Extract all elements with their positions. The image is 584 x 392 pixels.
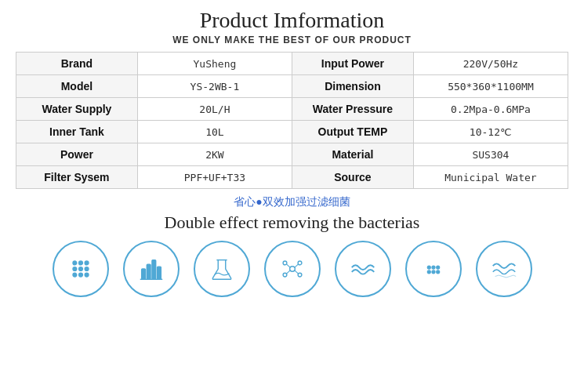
right-value: 0.2Mpa-0.6MPa	[413, 98, 568, 121]
svg-rect-10	[147, 264, 151, 279]
product-table: Brand YuSheng Input Power 220V/50Hz Mode…	[16, 52, 568, 189]
page-title: Product Imformation	[16, 8, 568, 33]
right-label: Material	[292, 143, 413, 166]
svg-rect-11	[151, 260, 155, 280]
molecule-icon	[264, 241, 321, 297]
svg-point-26	[436, 266, 439, 269]
svg-line-20	[286, 264, 290, 267]
svg-point-6	[73, 261, 77, 265]
svg-line-21	[294, 264, 298, 267]
svg-line-23	[294, 270, 298, 274]
svg-point-25	[432, 266, 435, 269]
svg-point-27	[427, 270, 430, 274]
flask-icon	[194, 241, 250, 297]
svg-point-0	[73, 267, 77, 271]
left-value: PPF+UF+T33	[137, 166, 292, 189]
svg-point-29	[436, 270, 439, 274]
table-row: Power 2KW Material SUS304	[16, 143, 568, 166]
wave2-icon	[476, 241, 532, 297]
table-row: Filter Sysem PPF+UF+T33 Source Municipal…	[16, 166, 568, 189]
page-subtitle: WE ONLY MAKE THE BEST OF OUR PRODUCT	[16, 34, 568, 45]
svg-point-2	[85, 267, 89, 271]
icons-row	[16, 241, 568, 297]
svg-point-4	[78, 273, 82, 277]
double-effect-text: Double effect removing the bacterias	[16, 212, 568, 233]
right-value: SUS304	[413, 143, 568, 166]
svg-point-1	[78, 267, 82, 271]
right-label: Source	[292, 166, 413, 189]
right-value: Municipal Water	[413, 166, 568, 189]
svg-point-28	[432, 270, 435, 274]
right-value: 550*360*1100MM	[413, 75, 568, 98]
svg-point-18	[283, 273, 287, 277]
dots-icon	[53, 241, 109, 297]
left-value: 10L	[137, 121, 292, 143]
left-value: YuSheng	[137, 53, 292, 75]
svg-point-7	[78, 261, 82, 265]
svg-point-19	[298, 273, 302, 277]
svg-line-22	[286, 270, 290, 274]
svg-point-24	[427, 266, 430, 269]
right-value: 10-12℃	[413, 121, 568, 143]
table-row: Water Supply 20L/H Water Pressure 0.2Mpa…	[16, 98, 568, 121]
table-row: Inner Tank 10L Output TEMP 10-12℃	[16, 121, 568, 143]
left-label: Model	[16, 75, 138, 98]
table-row: Model YS-2WB-1 Dimension 550*360*1100MM	[16, 75, 568, 98]
svg-point-8	[85, 261, 89, 265]
table-row: Brand YuSheng Input Power 220V/50Hz	[16, 53, 568, 75]
right-label: Water Pressure	[292, 98, 413, 121]
svg-rect-12	[157, 267, 161, 279]
left-label: Water Supply	[16, 98, 138, 121]
left-value: YS-2WB-1	[137, 75, 292, 98]
svg-point-15	[289, 267, 295, 272]
wave-icon	[335, 241, 391, 297]
left-value: 2KW	[137, 143, 292, 166]
svg-rect-9	[141, 269, 145, 279]
dots2-icon	[405, 241, 462, 297]
right-value: 220V/50Hz	[413, 53, 568, 75]
header: Product Imformation WE ONLY MAKE THE BES…	[16, 8, 568, 45]
svg-point-16	[283, 261, 287, 265]
left-label: Filter Sysem	[16, 166, 138, 189]
svg-point-5	[85, 273, 89, 277]
right-label: Dimension	[292, 75, 413, 98]
chinese-text: 省心●双效加强过滤细菌	[16, 195, 568, 209]
left-label: Brand	[16, 53, 138, 75]
right-label: Input Power	[292, 53, 413, 75]
left-label: Power	[16, 143, 138, 166]
right-label: Output TEMP	[292, 121, 413, 143]
svg-point-17	[298, 261, 302, 265]
page: Product Imformation WE ONLY MAKE THE BES…	[0, 0, 584, 392]
svg-point-3	[73, 273, 77, 277]
left-label: Inner Tank	[16, 121, 138, 143]
bars-icon	[123, 241, 180, 297]
left-value: 20L/H	[137, 98, 292, 121]
